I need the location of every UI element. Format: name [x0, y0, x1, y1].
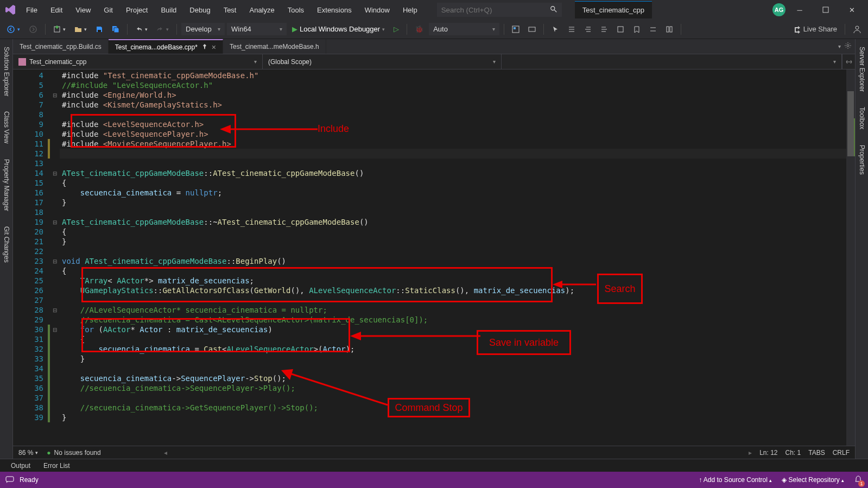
- rail-tab-solution-explorer[interactable]: Solution Explorer: [2, 43, 11, 99]
- menu-view[interactable]: View: [69, 3, 97, 17]
- code-line[interactable]: #include <LevelSequencePlayer.h>: [60, 129, 855, 139]
- platform-dropdown[interactable]: Win64 ▾: [227, 23, 287, 35]
- fold-indicator[interactable]: ⊟: [50, 90, 60, 100]
- doc-tab[interactable]: Test_cinema...odeBase.cpp*×: [109, 39, 223, 54]
- toolbar-btn-5[interactable]: [597, 23, 611, 35]
- hscroll-left-icon[interactable]: ◂: [164, 449, 167, 457]
- save-button[interactable]: [92, 23, 106, 35]
- start-debug-button[interactable]: ▶ Local Windows Debugger ▾: [289, 23, 388, 35]
- vertical-scrollbar[interactable]: [846, 69, 855, 446]
- nav-member-dropdown[interactable]: ▾: [502, 54, 842, 69]
- doc-tab[interactable]: Test_cinemat...meModeBase.h: [223, 39, 326, 54]
- code-line[interactable]: [60, 207, 855, 217]
- avatar[interactable]: AG: [772, 3, 785, 16]
- issues-indicator[interactable]: ● No issues found: [47, 449, 100, 457]
- notifications-bell[interactable]: 1: [854, 475, 863, 485]
- menu-test[interactable]: Test: [217, 3, 243, 17]
- toolbar-btn-4[interactable]: [581, 23, 595, 35]
- code-line[interactable]: //secuencia_cinematica = Cast<ALevelSequ…: [60, 315, 855, 325]
- nav-scope-dropdown[interactable]: (Global Scope) ▾: [263, 54, 502, 69]
- pin-icon[interactable]: [202, 43, 207, 51]
- code-line[interactable]: }: [60, 354, 855, 364]
- code-line[interactable]: for (AActor* Actor : matrix_de_secuencia…: [60, 325, 855, 334]
- code-line[interactable]: }: [60, 198, 855, 207]
- fold-indicator[interactable]: ⊟: [50, 256, 60, 266]
- code-line[interactable]: [60, 159, 855, 168]
- rail-tab-properties[interactable]: Properties: [857, 142, 867, 178]
- config-dropdown[interactable]: Develop ▾: [181, 23, 225, 35]
- rail-tab-server-explorer[interactable]: Server Explorer: [857, 43, 867, 95]
- fold-indicator[interactable]: ⊟: [50, 217, 60, 227]
- code-line[interactable]: //secuencia_cinematica->SequencePlayer->…: [60, 383, 855, 393]
- open-file-button[interactable]: ▾: [71, 23, 90, 35]
- add-source-control[interactable]: ↑ Add to Source Control ▴: [699, 476, 772, 484]
- gear-icon[interactable]: [844, 42, 852, 51]
- code-line[interactable]: #include <Kismet/GameplayStatics.h>: [60, 100, 855, 110]
- menu-edit[interactable]: Edit: [44, 3, 69, 17]
- menu-build[interactable]: Build: [154, 3, 183, 17]
- toolbar-btn-3[interactable]: [565, 23, 579, 35]
- start-without-debug-button[interactable]: ▷: [390, 23, 402, 35]
- menu-debug[interactable]: Debug: [183, 3, 217, 17]
- code-line[interactable]: #include <LevelSequenceActor.h>: [60, 119, 855, 129]
- code-line[interactable]: {: [60, 334, 855, 344]
- select-repository[interactable]: ◈ Select Repository ▴: [782, 476, 844, 484]
- toolbar-btn-8[interactable]: [662, 23, 676, 35]
- code-line[interactable]: }: [60, 237, 855, 246]
- doc-tab[interactable]: Test_cinematic_cpp.Build.cs: [13, 39, 109, 54]
- code-line[interactable]: secuencia_cinematica->SequencePlayer->St…: [60, 373, 855, 383]
- code-content[interactable]: #include "Test_cinematic_cppGameModeBase…: [60, 69, 855, 446]
- code-line[interactable]: //ALevelSequenceActor* secuencia_cinemat…: [60, 305, 855, 315]
- redo-button[interactable]: ▾: [153, 23, 172, 35]
- menu-window[interactable]: Window: [358, 3, 396, 17]
- menu-extensions[interactable]: Extensions: [311, 3, 358, 17]
- code-line[interactable]: [60, 393, 855, 403]
- maximize-button[interactable]: [814, 1, 838, 18]
- new-project-button[interactable]: ▾: [50, 23, 69, 35]
- code-line[interactable]: secuencia_cinematica = nullptr;: [60, 188, 855, 198]
- zoom-dropdown[interactable]: 86 % ▾: [18, 449, 38, 457]
- nav-project-dropdown[interactable]: Test_cinematic_cpp ▾: [13, 54, 263, 69]
- search-input[interactable]: [441, 6, 550, 14]
- tab-dropdown-icon[interactable]: ▾: [838, 43, 841, 49]
- menu-help[interactable]: Help: [396, 3, 424, 17]
- toolbar-btn-1[interactable]: [509, 23, 523, 35]
- fold-indicator[interactable]: ⊟: [50, 325, 60, 334]
- nav-back-button[interactable]: ▾: [3, 23, 23, 36]
- code-line[interactable]: {: [60, 227, 855, 237]
- live-share-button[interactable]: Live Share: [789, 23, 840, 36]
- code-line[interactable]: [60, 246, 855, 256]
- close-icon[interactable]: ×: [212, 43, 216, 52]
- code-line[interactable]: [60, 364, 855, 373]
- toolbar-btn-2[interactable]: [525, 23, 539, 35]
- rail-tab-git-changes[interactable]: Git Changes: [2, 223, 11, 266]
- save-all-button[interactable]: [109, 23, 123, 35]
- code-line[interactable]: secuencia_cinematica = Cast<ALevelSequen…: [60, 344, 855, 354]
- toolbar-btn-7[interactable]: [646, 23, 660, 35]
- code-line[interactable]: #include <Engine/World.h>: [60, 90, 855, 100]
- rail-tab-property-manager[interactable]: Property Manager: [2, 156, 11, 214]
- bookmark-icon[interactable]: [630, 23, 644, 35]
- minimize-button[interactable]: ─: [788, 1, 812, 18]
- code-line[interactable]: ATest_cinematic_cppGameModeBase::ATest_c…: [60, 168, 855, 178]
- code-line[interactable]: [60, 295, 855, 305]
- code-line[interactable]: #include "Test_cinematic_cppGameModeBase…: [60, 71, 855, 80]
- user-icon[interactable]: [850, 23, 865, 36]
- close-button[interactable]: ✕: [840, 1, 864, 18]
- menu-project[interactable]: Project: [119, 3, 154, 17]
- code-line[interactable]: [60, 149, 855, 159]
- code-line[interactable]: }: [60, 413, 855, 422]
- code-line[interactable]: UGameplayStatics::GetAllActorsOfClass(Ge…: [60, 286, 855, 295]
- menu-file[interactable]: File: [20, 3, 44, 17]
- menu-git[interactable]: Git: [97, 3, 119, 17]
- bottom-tab-output[interactable]: Output: [5, 460, 36, 472]
- rail-tab-toolbox[interactable]: Toolbox: [857, 104, 867, 132]
- code-editor[interactable]: 4567891011121314151617181920212223242526…: [13, 69, 855, 446]
- code-line[interactable]: //#include "LevelSequenceActor.h": [60, 80, 855, 90]
- code-line[interactable]: {: [60, 266, 855, 276]
- toolbar-btn-6[interactable]: [613, 23, 628, 35]
- rail-tab-class-view[interactable]: Class View: [2, 108, 11, 147]
- code-line[interactable]: TArray< AActor*> matrix_de_secuencias;: [60, 276, 855, 286]
- code-line[interactable]: [60, 110, 855, 119]
- fold-indicator[interactable]: ⊟: [50, 168, 60, 178]
